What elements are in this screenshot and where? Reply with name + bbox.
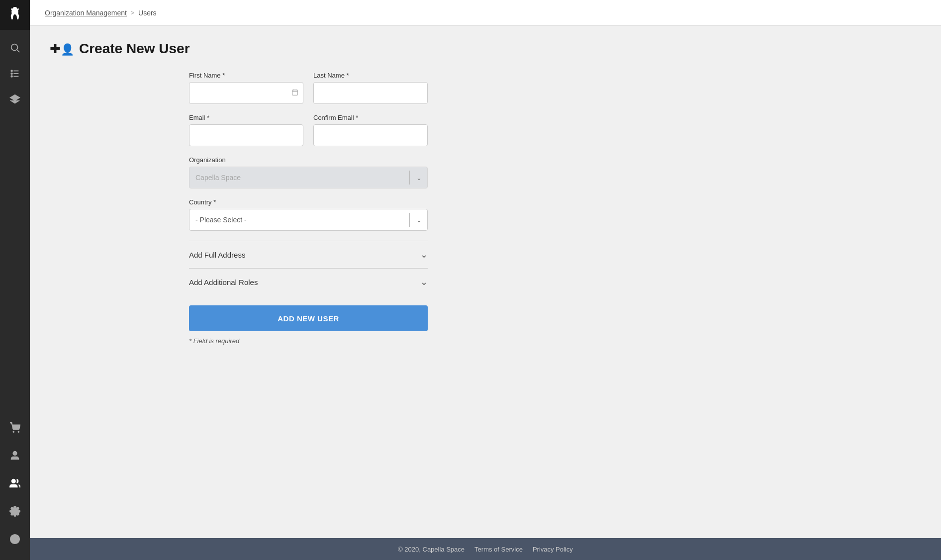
organization-label: Organization xyxy=(189,156,428,164)
email-row: Email * Confirm Email * xyxy=(189,114,428,146)
svg-marker-8 xyxy=(10,95,19,100)
svg-rect-16 xyxy=(292,90,298,95)
logo[interactable] xyxy=(0,0,30,30)
page-title-row: ✚👤 Create New User xyxy=(50,41,921,57)
sidebar-item-search[interactable] xyxy=(4,37,26,59)
svg-point-11 xyxy=(13,452,16,455)
first-name-group: First Name * xyxy=(189,72,303,104)
confirm-email-group: Confirm Email * xyxy=(313,114,428,146)
footer-copyright: © 2020, Capella Space xyxy=(398,546,465,553)
footer: © 2020, Capella Space Terms of Service P… xyxy=(30,538,941,560)
email-group: Email * xyxy=(189,114,303,146)
add-full-address-section[interactable]: Add Full Address ⌄ xyxy=(189,241,428,268)
required-note: * Field is required xyxy=(189,337,428,345)
last-name-group: Last Name * xyxy=(313,72,428,104)
sidebar xyxy=(0,0,30,560)
breadcrumb-parent[interactable]: Organization Management xyxy=(45,9,127,17)
country-label: Country * xyxy=(189,198,428,206)
organization-group: Organization Capella Space ⌄ xyxy=(189,156,428,188)
svg-point-9 xyxy=(13,431,14,432)
first-name-label: First Name * xyxy=(189,72,303,79)
confirm-email-input[interactable] xyxy=(313,124,428,146)
sidebar-bottom xyxy=(4,415,26,560)
chevron-down-address-icon: ⌄ xyxy=(420,249,428,260)
add-new-user-button[interactable]: ADD NEW USER xyxy=(189,305,428,331)
breadcrumb-current: Users xyxy=(138,9,157,17)
last-name-input[interactable] xyxy=(313,82,428,104)
page-title: Create New User xyxy=(79,41,190,57)
svg-point-0 xyxy=(11,44,18,51)
svg-point-2 xyxy=(11,70,12,72)
sidebar-item-list[interactable] xyxy=(4,63,26,85)
sidebar-item-layers[interactable] xyxy=(4,89,26,110)
create-user-form: First Name * Last Name * Email * xyxy=(189,72,428,345)
calendar-icon xyxy=(291,89,298,97)
svg-line-1 xyxy=(17,50,19,52)
organization-select[interactable]: Capella Space xyxy=(189,167,428,188)
email-input[interactable] xyxy=(189,124,303,146)
organization-select-wrapper: Capella Space ⌄ xyxy=(189,167,428,188)
sidebar-item-cart[interactable] xyxy=(4,417,26,439)
first-name-input[interactable] xyxy=(189,82,303,104)
svg-point-10 xyxy=(18,431,19,432)
sidebar-item-user[interactable] xyxy=(4,445,26,467)
svg-point-12 xyxy=(12,479,15,483)
sidebar-item-help[interactable] xyxy=(4,528,26,550)
country-select[interactable]: - Please Select - United States Canada U… xyxy=(189,209,428,231)
sidebar-item-settings[interactable] xyxy=(4,500,26,522)
terms-of-service-link[interactable]: Terms of Service xyxy=(474,546,523,553)
breadcrumb-separator: > xyxy=(131,9,134,16)
name-row: First Name * Last Name * xyxy=(189,72,428,104)
last-name-label: Last Name * xyxy=(313,72,428,79)
sidebar-item-group[interactable] xyxy=(4,472,26,494)
svg-point-4 xyxy=(11,73,12,75)
chevron-down-roles-icon: ⌄ xyxy=(420,277,428,287)
add-additional-roles-label: Add Additional Roles xyxy=(189,278,258,286)
add-full-address-label: Add Full Address xyxy=(189,251,245,259)
email-label: Email * xyxy=(189,114,303,121)
confirm-email-label: Confirm Email * xyxy=(313,114,428,121)
main-content: Organization Management > Users ✚👤 Creat… xyxy=(30,0,941,560)
svg-point-6 xyxy=(11,76,12,77)
topbar: Organization Management > Users xyxy=(30,0,941,26)
country-select-wrapper: - Please Select - United States Canada U… xyxy=(189,209,428,231)
page-title-icon: ✚👤 xyxy=(50,41,74,57)
first-name-input-wrapper xyxy=(189,82,303,104)
country-group: Country * - Please Select - United State… xyxy=(189,198,428,231)
add-additional-roles-section[interactable]: Add Additional Roles ⌄ xyxy=(189,268,428,295)
content-area: ✚👤 Create New User First Name * Last Nam… xyxy=(30,26,941,538)
privacy-policy-link[interactable]: Privacy Policy xyxy=(533,546,573,553)
breadcrumb: Organization Management > Users xyxy=(45,9,157,17)
